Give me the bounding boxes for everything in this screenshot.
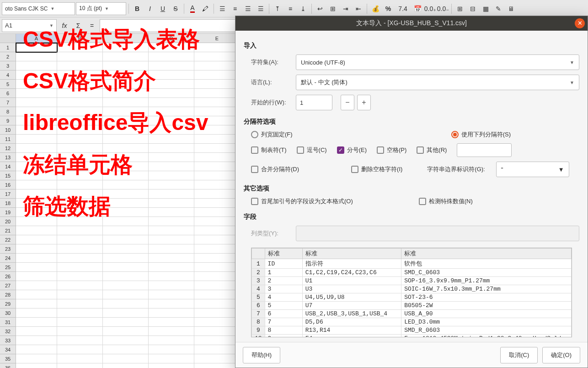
cell[interactable] xyxy=(57,217,103,226)
cell[interactable] xyxy=(194,318,240,327)
cell[interactable] xyxy=(57,125,103,135)
fx-button[interactable]: fx xyxy=(59,20,70,32)
row-header[interactable]: 31 xyxy=(0,318,16,327)
delete-button[interactable]: ⊟ xyxy=(467,3,479,15)
cell[interactable] xyxy=(149,107,194,116)
cell[interactable] xyxy=(57,80,103,89)
cell[interactable] xyxy=(194,135,240,144)
cell[interactable] xyxy=(16,80,57,89)
check-detect-special[interactable]: 检测特殊数值(N) xyxy=(419,197,473,206)
cell[interactable] xyxy=(194,263,240,272)
cell[interactable] xyxy=(16,144,57,153)
cell[interactable] xyxy=(194,61,240,70)
cell[interactable] xyxy=(194,171,240,180)
cell[interactable] xyxy=(149,125,194,135)
cell[interactable] xyxy=(57,70,103,80)
cell[interactable] xyxy=(194,107,240,116)
row-header[interactable]: 28 xyxy=(0,290,16,299)
cell[interactable] xyxy=(16,354,57,363)
cell[interactable] xyxy=(103,98,149,107)
row-header[interactable]: 16 xyxy=(0,180,16,189)
row-header[interactable]: 20 xyxy=(0,217,16,226)
row-header[interactable]: 3 xyxy=(0,61,16,70)
cell[interactable] xyxy=(103,208,149,217)
cell[interactable] xyxy=(57,162,103,171)
ok-button[interactable]: 确定(O) xyxy=(542,347,580,363)
date-button[interactable]: 📅 xyxy=(412,3,423,15)
startrow-input[interactable]: 1 xyxy=(296,95,332,110)
preview-cell[interactable]: ID xyxy=(265,259,302,269)
cell[interactable] xyxy=(57,208,103,217)
cell[interactable] xyxy=(57,354,103,363)
inc-decimal-button[interactable]: 0.0₊ xyxy=(424,3,436,15)
check-semicolon[interactable]: ✓分号(E) xyxy=(337,146,367,154)
screen-button[interactable]: 🖥 xyxy=(505,3,517,15)
cell[interactable] xyxy=(194,189,240,199)
cell[interactable] xyxy=(57,171,103,180)
cell[interactable] xyxy=(16,189,57,199)
cell[interactable] xyxy=(149,162,194,171)
cell[interactable] xyxy=(16,272,57,281)
row-header[interactable]: 29 xyxy=(0,299,16,308)
cell[interactable] xyxy=(103,363,149,368)
cell[interactable] xyxy=(16,61,57,70)
cell[interactable] xyxy=(103,308,149,318)
cell[interactable] xyxy=(103,43,149,52)
cell[interactable] xyxy=(16,89,57,98)
cell[interactable] xyxy=(149,98,194,107)
cell[interactable] xyxy=(57,290,103,299)
cell[interactable] xyxy=(149,336,194,345)
cell[interactable] xyxy=(16,171,57,180)
cell[interactable] xyxy=(149,318,194,327)
row-header[interactable]: 13 xyxy=(0,153,16,162)
cell[interactable] xyxy=(103,217,149,226)
cell[interactable] xyxy=(194,144,240,153)
strike-button[interactable]: S xyxy=(170,3,182,15)
cell[interactable] xyxy=(149,290,194,299)
cell[interactable] xyxy=(57,180,103,189)
cell[interactable] xyxy=(103,144,149,153)
sum-button[interactable]: Σ xyxy=(72,20,84,32)
cell[interactable] xyxy=(149,208,194,217)
cell[interactable] xyxy=(194,180,240,189)
cell[interactable] xyxy=(194,354,240,363)
cell[interactable] xyxy=(57,272,103,281)
preview-cell[interactable]: 9 xyxy=(265,335,302,338)
font-color-button[interactable]: A xyxy=(187,3,198,15)
preview-cell[interactable]: SMD_R_0603 xyxy=(401,326,572,335)
cell[interactable] xyxy=(194,43,240,52)
cell[interactable] xyxy=(103,162,149,171)
cell[interactable] xyxy=(103,254,149,263)
cell[interactable] xyxy=(103,153,149,162)
cell[interactable] xyxy=(16,208,57,217)
cell[interactable] xyxy=(103,125,149,135)
column-type-combo[interactable] xyxy=(296,226,579,241)
cell[interactable] xyxy=(57,336,103,345)
row-header[interactable]: 34 xyxy=(0,345,16,354)
cell[interactable] xyxy=(16,254,57,263)
preview-cell[interactable]: 7 xyxy=(265,318,302,326)
row-header[interactable]: 33 xyxy=(0,336,16,345)
insert-button[interactable]: ⊞ xyxy=(454,3,466,15)
cell[interactable] xyxy=(194,327,240,336)
cell[interactable] xyxy=(103,189,149,199)
cell[interactable] xyxy=(103,263,149,272)
cell[interactable] xyxy=(149,189,194,199)
equals-button[interactable]: = xyxy=(86,20,98,32)
preview-table[interactable]: 标准标准标准1ID指示符软件包21C1,C2,C19,C24,C23,C6SMD… xyxy=(251,248,572,337)
preview-cell[interactable]: R13,R14 xyxy=(302,326,401,335)
cancel-button[interactable]: 取消(C) xyxy=(500,347,538,363)
cell[interactable] xyxy=(16,70,57,80)
preview-cell[interactable]: 指示符 xyxy=(302,259,401,269)
cell[interactable] xyxy=(16,153,57,162)
spin-up-button[interactable]: + xyxy=(357,95,371,110)
cell[interactable] xyxy=(103,199,149,208)
row-header[interactable]: 6 xyxy=(0,89,16,98)
cell[interactable] xyxy=(57,281,103,290)
cell[interactable] xyxy=(194,153,240,162)
row-header[interactable]: 12 xyxy=(0,144,16,153)
other-separator-input[interactable] xyxy=(457,143,512,157)
cell[interactable] xyxy=(16,290,57,299)
preview-cell[interactable]: U7 xyxy=(302,302,401,310)
column-header[interactable]: D xyxy=(149,34,194,43)
